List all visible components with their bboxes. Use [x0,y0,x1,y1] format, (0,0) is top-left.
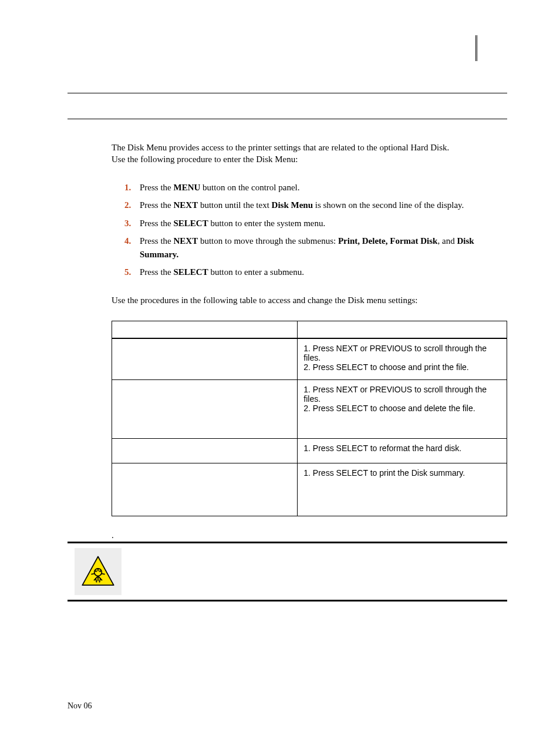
step-bold: SELECT [174,219,208,228]
table-row: 1. Press SELECT to print the Disk summar… [112,463,507,516]
hazard-icon [81,555,115,589]
table-row: 1. Press SELECT to reformat the hard dis… [112,438,507,463]
use-procedures-text: Use the procedures in the following tabl… [112,295,507,305]
table-cell-left [112,338,298,379]
step-bold: MENU [174,183,201,192]
table-header-col-1 [112,321,298,338]
intro-line-1: The Disk Menu provides access to the pri… [112,142,507,153]
table-cell-right: 1. Press NEXT or PREVIOUS to scroll thro… [298,379,507,438]
step-bold-2: Print, Delete, Format Disk [338,236,438,246]
svg-point-2 [95,570,97,572]
table-cell-line-2: 2. Press SELECT to choose and print the … [303,362,501,372]
disk-menu-table: 1. Press NEXT or PREVIOUS to scroll thro… [112,321,507,516]
intro-line-2: Use the following procedure to enter the… [112,153,507,165]
content-area: The Disk Menu provides access to the pri… [112,142,507,601]
step-number: 3. [124,217,131,230]
step-text-pre: Press the [140,183,174,192]
step-text-pre: Press the [140,200,174,210]
step-bold-2: Disk Menu [272,200,313,210]
intro-paragraph: The Disk Menu provides access to the pri… [112,142,507,166]
step-text-post: is shown on the second line of the displ… [313,200,464,210]
steps-list: 1. Press the MENU button on the control … [124,181,507,279]
step-text-pre: Press the [140,267,174,277]
rule-top-1 [68,93,507,93]
step-2: 2. Press the NEXT button until the text … [124,199,507,212]
step-bold: SELECT [174,267,208,277]
table-row: 1. Press NEXT or PREVIOUS to scroll thro… [112,379,507,438]
step-text-pre: Press the [140,219,174,228]
rule-top-2 [68,119,507,119]
table-cell-right: 1. Press SELECT to print the Disk summar… [298,463,507,516]
step-number: 2. [124,199,131,212]
step-text-post: button to enter the system menu. [208,219,326,228]
table-header-row [112,321,507,338]
step-4: 4. Press the NEXT button to move through… [124,234,507,261]
step-text-post: button on the control panel. [200,183,299,192]
step-text-post: button to enter a submenu. [208,267,304,277]
stray-dot: . [112,530,507,540]
header-marks [475,35,477,61]
table-row: 1. Press NEXT or PREVIOUS to scroll thro… [112,338,507,379]
step-number: 1. [124,181,131,194]
step-1: 1. Press the MENU button on the control … [124,181,507,194]
table-cell-line-1: 1. Press NEXT or PREVIOUS to scroll thro… [303,344,501,362]
step-text-post-2-pre: , and [437,236,457,246]
step-3: 3. Press the SELECT button to enter the … [124,217,507,230]
table-cell-line-1: 1. Press SELECT to print the Disk summar… [303,468,501,478]
step-number: 5. [124,266,131,279]
step-bold-1: NEXT [174,236,198,246]
step-number: 4. [124,234,131,248]
warning-inner [68,548,507,595]
step-bold-1: NEXT [174,200,198,210]
warning-box [68,542,507,601]
page: The Disk Menu provides access to the pri… [0,0,560,746]
table-cell-right: 1. Press NEXT or PREVIOUS to scroll thro… [298,338,507,379]
table-cell-left [112,379,298,438]
table-cell-left [112,438,298,463]
table-cell-line-1: 1. Press SELECT to reformat the hard dis… [303,443,501,453]
warning-icon-wrap [75,548,122,595]
step-text-mid: button to move through the submenus: [198,236,338,246]
svg-line-11 [102,573,105,574]
table-header-col-2 [298,321,507,338]
step-5: 5. Press the SELECT button to enter a su… [124,266,507,279]
table-cell-line-1: 1. Press NEXT or PREVIOUS to scroll thro… [303,385,501,404]
step-text-mid: button until the text [198,200,271,210]
svg-line-10 [91,573,95,574]
svg-point-3 [99,570,101,572]
footer-date: Nov 06 [68,701,92,711]
table-cell-left [112,463,298,516]
table-cell-line-2: 2. Press SELECT to choose and delete the… [303,404,501,413]
table-cell-right: 1. Press SELECT to reformat the hard dis… [298,438,507,463]
step-text-pre: Press the [140,236,174,246]
